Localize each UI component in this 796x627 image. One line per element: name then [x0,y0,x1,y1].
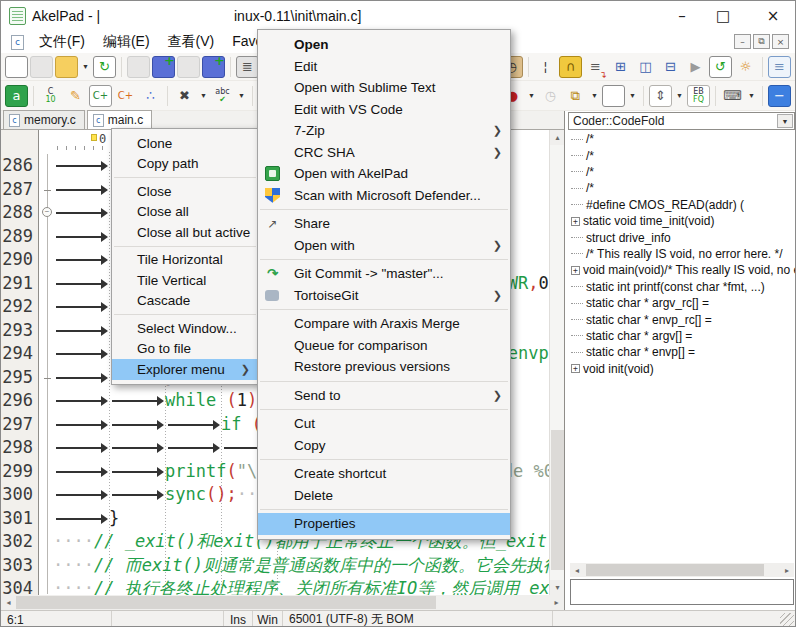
open-file-dropdown[interactable]: ▼ [80,56,91,78]
codefold-item[interactable]: /* [571,164,594,180]
editor-horizontal-scrollbar[interactable]: ◂ ▸ [1,595,564,610]
tags-structure-icon[interactable]: ∴ [139,85,162,107]
menu-item-7-zip[interactable]: 7-Zip❯ [258,120,510,142]
codefold-item[interactable]: /* [571,147,594,163]
menu-item-close-all-but-active[interactable]: Close all but active [112,222,258,243]
new-file-icon[interactable] [5,56,28,78]
codefold-item[interactable]: /* This really IS void, no error here. *… [571,246,783,262]
menu-item-queue-for-comparison[interactable]: Queue for comparison [258,335,510,357]
menu-item-open-with[interactable]: Open with❯ [258,235,510,257]
readonly-lock-icon[interactable]: ∩ [559,56,582,78]
notes-icon[interactable]: ≡ [768,56,791,78]
expand-plus-icon[interactable]: + [571,217,580,226]
menu-item-edit-with-vs-code[interactable]: Edit with VS Code [258,99,510,121]
mdi-minimize-button[interactable]: – [734,34,751,49]
macro-dropdown[interactable]: ▼ [526,85,537,107]
tray-minimize-icon[interactable]: − [768,85,791,107]
menu-item-open-with-sublime-text[interactable]: Open with Sublime Text [258,77,510,99]
caret-mark-icon[interactable]: ¦ [534,56,557,78]
menu-item-clone[interactable]: Clone [112,133,258,154]
codefold-item[interactable]: +void init(void) [571,361,654,377]
codefold-item[interactable]: #define CMOS_READ(addr) ( [571,197,744,213]
run-play-icon[interactable]: ▶ [684,56,707,78]
menu-item-0[interactable]: 文件(F) [30,31,94,53]
codefold-item[interactable]: static char * envp_rc[] = [571,311,712,327]
keyboard-layout-icon[interactable]: ⌨ [721,85,744,107]
expand-plus-icon[interactable]: + [571,266,580,275]
spellcheck-dropdown[interactable]: ▼ [236,85,247,107]
templates-dropdown[interactable]: ▼ [627,85,638,107]
menu-item-share[interactable]: ↗Share [258,213,510,235]
codefold-filter-box[interactable] [570,579,794,605]
new-window-icon[interactable] [30,56,53,78]
menu-item-create-shortcut[interactable]: Create shortcut [258,463,510,485]
spellcheck-icon[interactable]: abc✔ [211,85,234,107]
invert-dropdown[interactable]: ▼ [198,85,209,107]
save-copy-icon[interactable] [177,56,200,78]
settings-gear-icon[interactable]: ☼ [734,56,757,78]
menu-item-git-commit-master[interactable]: ↷Git Commit -> "master"... [258,263,510,285]
codefold-scroll-thumb[interactable] [586,564,764,576]
codefold-item[interactable]: +void main(void)/* This really IS void, … [571,262,796,278]
scroll-right-arrow[interactable]: ▸ [549,595,564,610]
menu-item-close-all[interactable]: Close all [112,202,258,223]
scroll-down-arrow[interactable]: ▾ [550,580,564,595]
menu-item-copy-path[interactable]: Copy path [112,154,258,175]
menu-item-go-to-file[interactable]: Go to file [112,339,258,360]
menu-item-2[interactable]: 查看(V) [159,31,224,53]
codefold-horizontal-scrollbar[interactable]: ◂ ▸ [570,563,794,577]
menu-item-open-with-akelpad[interactable]: Open with AkelPad [258,163,510,185]
codefold-item[interactable]: /* [571,180,594,196]
menu-item-edit[interactable]: Edit [258,56,510,78]
invert-selection-icon[interactable]: ✖ [173,85,196,107]
split-horizontal-icon[interactable]: ⊟ [659,56,682,78]
menu-item-cascade[interactable]: Cascade [112,291,258,312]
chevron-down-icon[interactable]: ▼ [777,114,793,128]
menu-item-copy[interactable]: Copy [258,435,510,457]
document-icon[interactable]: c [11,35,24,50]
menu-item-properties[interactable]: Properties [258,513,510,535]
autocomplete-icon[interactable]: C+ [114,85,137,107]
menu-item-tile-horizontal[interactable]: Tile Horizontal [112,250,258,271]
tab-memory.c[interactable]: cmemory.c [3,110,85,129]
sessions-lock-icon[interactable]: ⧉ [564,85,587,107]
maximize-button[interactable]: □ [701,1,745,30]
scroll-left-arrow[interactable]: ◂ [570,563,584,577]
codefold-item[interactable]: static char * envp[] = [571,344,695,360]
scroll-up-arrow[interactable]: ▴ [550,130,564,145]
menu-item-send-to[interactable]: Send to❯ [258,385,510,407]
marker-pen-icon[interactable]: ✎ [64,85,87,107]
fold-collapse-icon[interactable]: − [42,207,52,217]
coder-highlight-icon[interactable]: C10 [39,85,62,107]
reopen-file-icon[interactable]: ↻ [93,56,116,78]
menu-item-restore-previous-versions[interactable]: Restore previous versions [258,356,510,378]
mdi-close-button[interactable]: × [772,34,789,49]
codefold-plugin-icon[interactable]: C+ [89,85,112,107]
sessions-dropdown[interactable]: ▼ [589,85,600,107]
menu-item-delete[interactable]: Delete [258,485,510,507]
save-file-icon[interactable] [127,56,150,78]
tab-main.c[interactable]: cmain.c [87,110,152,129]
menu-item-cut[interactable]: Cut [258,413,510,435]
vertical-scroll-thumb[interactable] [551,430,564,570]
minimize-button[interactable]: – [660,1,704,30]
scroll-dropdown[interactable]: ▼ [674,85,685,107]
codefold-item[interactable]: static int printf(const char *fmt, ...) [571,279,765,295]
save-as-icon[interactable]: + [202,56,225,78]
menu-item-tortoisegit[interactable]: TortoiseGit❯ [258,285,510,307]
menu-item-select-window[interactable]: Select Window... [112,318,258,339]
menu-item-scan-with-microsoft-defender[interactable]: Scan with Microsoft Defender... [258,185,510,207]
codefold-item[interactable]: static char * argv[] = [571,328,692,344]
codefold-item[interactable]: /* [571,131,594,147]
codefold-item[interactable]: struct drive_info [571,229,671,245]
qsearch-icon[interactable]: EBFQ [687,85,710,107]
codefold-header-combobox[interactable]: Coder::CodeFold ▼ [568,112,795,130]
scroll-right-arrow[interactable]: ▸ [780,563,794,577]
keyboard-dropdown[interactable]: ▼ [746,85,757,107]
templates-icon[interactable] [602,85,625,107]
expand-plus-icon[interactable]: + [571,364,580,373]
menu-item-tile-vertical[interactable]: Tile Vertical [112,270,258,291]
menu-item-compare-with-araxis-merge[interactable]: Compare with Araxis Merge [258,313,510,335]
recent-caret-icon[interactable]: ◷ [539,85,562,107]
scroll-left-arrow[interactable]: ◂ [1,595,16,610]
